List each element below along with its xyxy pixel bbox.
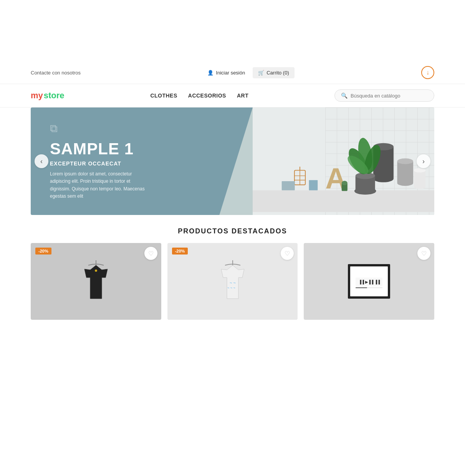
heart-icon-3: ♡ [421, 250, 427, 257]
nav-link-art[interactable]: ART [237, 93, 248, 99]
products-grid: -20% ♡ -20% ♡ [0, 243, 465, 331]
discount-badge-1: -20% [35, 248, 51, 255]
logo-store: store [44, 91, 65, 101]
logo-my: my [31, 91, 43, 101]
svg-text:~ ~ ~: ~ ~ ~ [227, 286, 235, 290]
discount-badge-2: -20% [172, 248, 188, 255]
product-card-2: -20% ♡ ~ ~ ~ ~ ~ [167, 243, 298, 320]
top-bar-actions: 👤 Iniciar sesión 🛒 Carrito (0) [207, 67, 294, 78]
svg-rect-25 [309, 180, 318, 190]
nav-link-accesorios[interactable]: ACCESORIOS [188, 93, 226, 99]
login-label: Iniciar sesión [216, 70, 245, 76]
carousel-right-panel: A [253, 107, 434, 215]
top-bar: Contacte con nosotros 👤 Iniciar sesión 🛒… [0, 61, 465, 84]
cart-label: Carrito (0) [266, 70, 289, 76]
svg-rect-9 [414, 170, 425, 187]
svg-point-7 [397, 158, 414, 164]
cart-icon: 🛒 [258, 70, 264, 76]
wishlist-button-1[interactable]: ♡ [144, 247, 157, 260]
nav-link-clothes[interactable]: CLOTHES [150, 93, 177, 99]
svg-text:~ ~: ~ ~ [230, 281, 236, 285]
heart-icon-1: ♡ [148, 250, 154, 257]
carousel-left-panel: ⧉ SAMPLE 1 EXCEPTEUR OCCAECAT Lorem ipsu… [31, 107, 253, 215]
svg-point-19 [342, 181, 348, 185]
product-image-3: ▐▐ ▶ ▌▌ ▌▌ [304, 243, 434, 320]
carousel-subtitle: EXCEPTEUR OCCAECAT [50, 160, 233, 167]
product-card-3: ♡ ▐▐ ▶ ▌▌ ▌▌ [304, 243, 434, 320]
download-icon-button[interactable]: ↓ [421, 66, 434, 79]
login-link[interactable]: 👤 Iniciar sesión [207, 70, 245, 76]
product-card-1: -20% ♡ [31, 243, 161, 320]
carousel-next-button[interactable]: › [417, 154, 430, 168]
svg-rect-37 [356, 287, 367, 288]
search-icon: 🔍 [341, 93, 348, 99]
product-image-1 [31, 243, 161, 320]
carousel-slide-1: ⧉ SAMPLE 1 EXCEPTEUR OCCAECAT Lorem ipsu… [31, 107, 434, 215]
featured-section-title: PRODUCTOS DESTACADOS [0, 215, 465, 243]
svg-rect-6 [397, 161, 414, 183]
cart-button[interactable]: 🛒 Carrito (0) [253, 67, 295, 78]
search-input[interactable] [351, 93, 428, 99]
carousel-description: Lorem ipsum dolor sit amet, consectetur … [50, 170, 150, 200]
svg-text:▐▐ ▶ ▌▌ ▌▌: ▐▐ ▶ ▌▌ ▌▌ [359, 279, 381, 285]
carousel-title: SAMPLE 1 [50, 140, 233, 158]
wishlist-button-3[interactable]: ♡ [417, 247, 430, 260]
shelf-svg: A [253, 107, 434, 215]
download-arrow-icon: ↓ [426, 69, 429, 76]
carousel: ⧉ SAMPLE 1 EXCEPTEUR OCCAECAT Lorem ipsu… [31, 107, 434, 215]
svg-rect-26 [282, 181, 295, 190]
svg-point-28 [95, 269, 97, 272]
carousel-puzzle-icon: ⧉ [50, 122, 233, 135]
carousel-prev-button[interactable]: ‹ [35, 154, 48, 168]
user-icon: 👤 [207, 70, 213, 76]
svg-point-10 [414, 168, 425, 172]
nav-bar: my store CLOTHES ACCESORIOS ART 🔍 [0, 84, 465, 107]
product-image-2: ~ ~ ~ ~ ~ [167, 243, 298, 320]
page-container: Contacte con nosotros 👤 Iniciar sesión 🛒… [0, 0, 465, 331]
dark-shirt-svg [77, 258, 115, 304]
nav-links: CLOTHES ACCESORIOS ART [150, 93, 248, 99]
search-bar[interactable]: 🔍 [334, 89, 434, 102]
shelf-scene: A [253, 107, 434, 215]
top-spacer [0, 0, 465, 61]
frame-svg: ▐▐ ▶ ▌▌ ▌▌ [344, 260, 394, 302]
contact-text: Contacte con nosotros [31, 70, 81, 76]
white-shirt-svg: ~ ~ ~ ~ ~ [213, 258, 252, 304]
site-logo[interactable]: my store [31, 91, 65, 101]
heart-icon-2: ♡ [285, 250, 290, 257]
